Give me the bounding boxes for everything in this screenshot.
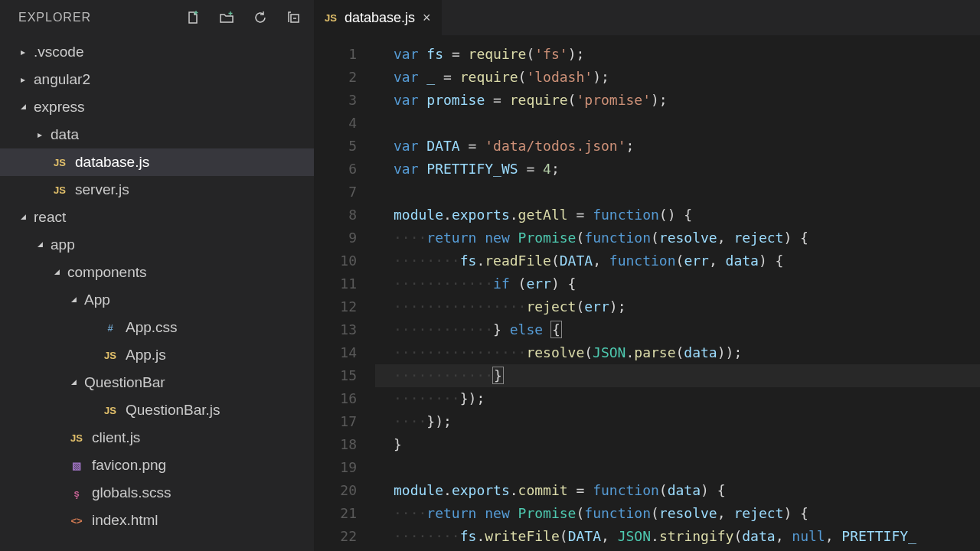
line-number: 4 [314,112,357,135]
tree-item-server-js[interactable]: JSserver.js [0,176,314,204]
code-line[interactable] [375,456,980,479]
tree-item-label: client.js [92,429,140,446]
chevron-down-icon: ◢ [52,268,61,276]
code-line[interactable]: var PRETTIFY_WS = 4; [375,158,980,181]
code-line[interactable]: ············if (err) { [375,272,980,295]
sidebar-title: EXPLORER [18,11,91,24]
code-line[interactable]: ········fs.readFile(DATA, function(err, … [375,249,980,272]
line-number: 13 [314,318,357,341]
chevron-right-icon: ▸ [18,47,28,57]
line-number: 19 [314,456,357,479]
tree-item-favicon-png[interactable]: ▧favicon.png [0,452,314,479]
chevron-down-icon: ◢ [18,103,28,110]
code-line[interactable]: ····return new Promise(function(resolve,… [375,227,980,249]
chevron-right-icon: ▸ [18,74,28,85]
refresh-icon[interactable] [253,10,268,25]
code-line[interactable]: ········}); [375,387,980,410]
code-line[interactable]: ············} [375,364,980,387]
file-tree[interactable]: ▸.vscode▸angular2◢express▸data JSdatabas… [0,35,314,551]
code-line[interactable]: ················reject(err); [375,295,980,318]
line-number: 22 [314,525,357,548]
code-editor[interactable]: 12345678910111213141516171819202122 var … [314,35,980,551]
line-number: 6 [314,158,357,181]
tree-item-label: App.js [126,347,166,364]
tree-item-label: database.js [75,154,149,171]
tree-item-globals-scss[interactable]: şglobals.scss [0,479,314,507]
tree-item-app[interactable]: ◢app [0,231,314,259]
line-number: 15 [314,364,357,387]
tree-item-label: server.js [75,181,129,198]
explorer-sidebar: EXPLORER ▸.vscode▸angular2◢express▸data … [0,0,314,551]
code-line[interactable]: ····}); [375,410,980,433]
tree-item-angular2[interactable]: ▸angular2 [0,66,314,93]
line-gutter: 12345678910111213141516171819202122 [314,35,375,551]
code-line[interactable]: var promise = require('promise'); [375,89,980,112]
line-number: 20 [314,479,357,502]
tree-item-label: app [51,236,75,253]
code-line[interactable]: ············} else { [375,318,980,341]
code-line[interactable]: var fs = require('fs'); [375,43,980,66]
line-number: 11 [314,272,357,295]
code-line[interactable] [375,112,980,135]
js-file-icon: JS [325,12,337,24]
chevron-down-icon: ◢ [69,295,78,303]
tree-item-express[interactable]: ◢express [0,93,314,121]
js-file-icon: JS [101,405,119,416]
chevron-down-icon: ◢ [35,240,44,248]
js-file-icon: JS [51,157,69,168]
code-line[interactable]: ················resolve(JSON.parse(data)… [375,341,980,364]
tree-item-react[interactable]: ◢react [0,204,314,231]
tree-item-label: globals.scss [92,484,172,501]
line-number: 12 [314,295,357,318]
chevron-down-icon: ◢ [69,378,78,386]
code-line[interactable]: module.exports.getAll = function() { [375,204,980,227]
scss-file-icon: ş [67,487,86,499]
js-file-icon: JS [67,432,86,444]
tree-item-database-js[interactable]: JSdatabase.js [0,148,314,176]
editor-area: JSdatabase.js× 1234567891011121314151617… [314,0,980,551]
css-file-icon: # [101,322,119,334]
tree-item-app[interactable]: ◢App [0,286,314,314]
tree-item-app-css[interactable]: #App.css [0,314,314,341]
html-file-icon: <> [67,515,86,527]
collapse-all-icon[interactable] [286,10,302,25]
tree-item-questionbar-js[interactable]: JSQuestionBar.js [0,396,314,424]
tree-item-questionbar[interactable]: ◢QuestionBar [0,369,314,396]
tree-item-label: favicon.png [92,457,166,474]
line-number: 21 [314,502,357,525]
tree-item-index-html[interactable]: <>index.html [0,507,314,534]
line-number: 8 [314,204,357,227]
tree-item-label: QuestionBar [84,374,165,391]
code-line[interactable]: } [375,433,980,456]
tree-item-components[interactable]: ◢components [0,259,314,286]
tab-database-js[interactable]: JSdatabase.js× [314,0,442,35]
tree-item-label: QuestionBar.js [126,402,220,419]
tree-item-client-js[interactable]: JSclient.js [0,424,314,452]
tree-item-app-js[interactable]: JSApp.js [0,341,314,369]
new-folder-icon[interactable] [219,10,234,25]
line-number: 9 [314,227,357,249]
sidebar-header: EXPLORER [0,0,314,35]
chevron-right-icon: ▸ [35,129,44,140]
code-line[interactable]: var _ = require('lodash'); [375,66,980,89]
line-number: 16 [314,387,357,410]
tree-item--vscode[interactable]: ▸.vscode [0,38,314,66]
code-line[interactable]: ········fs.writeFile(DATA, JSON.stringif… [375,525,980,548]
tab-label: database.js [345,10,415,26]
tree-item-label: App.css [126,319,178,336]
code-line[interactable]: var DATA = 'data/todos.json'; [375,135,980,158]
js-file-icon: JS [101,350,119,361]
chevron-down-icon: ◢ [18,213,28,220]
js-file-icon: JS [51,184,69,196]
new-file-icon[interactable] [185,10,201,25]
tree-item-label: express [34,99,85,116]
code-line[interactable] [375,181,980,204]
tab-bar: JSdatabase.js× [314,0,980,35]
code-line[interactable]: ····return new Promise(function(resolve,… [375,502,980,525]
code-line[interactable]: module.exports.commit = function(data) { [375,479,980,502]
tree-item-label: angular2 [34,71,90,88]
close-icon[interactable]: × [423,10,431,26]
code-content[interactable]: var fs = require('fs');var _ = require('… [375,35,980,551]
line-number: 10 [314,249,357,272]
tree-item-data[interactable]: ▸data [0,121,314,148]
